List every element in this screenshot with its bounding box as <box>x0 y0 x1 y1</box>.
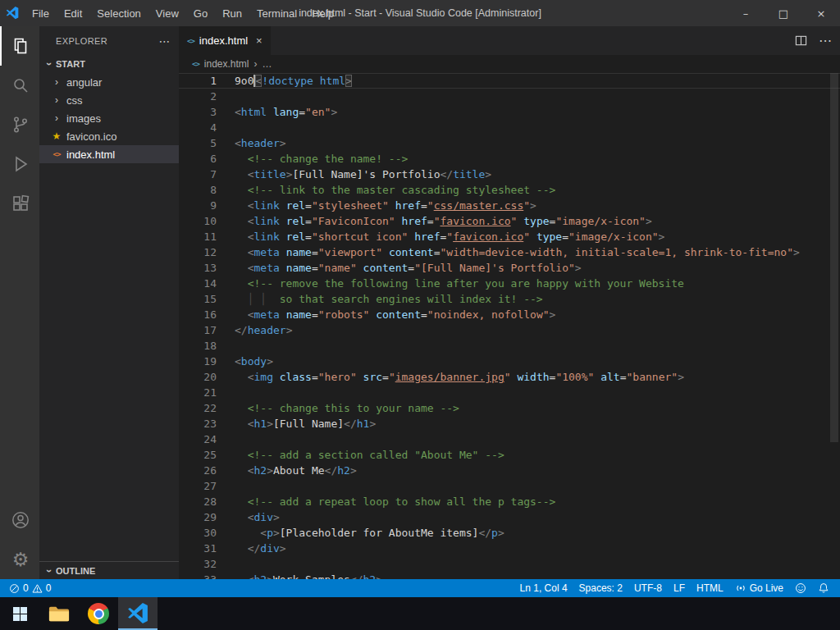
code-line-30[interactable]: 30 <p>[Placeholder for AboutMe items]</p… <box>179 525 840 541</box>
eol-setting[interactable]: LF <box>668 579 691 597</box>
code-line-31[interactable]: 31 </div> <box>179 541 840 556</box>
chrome-taskbar-button[interactable] <box>79 597 118 630</box>
notifications-button[interactable] <box>812 579 835 597</box>
code-token: </ <box>350 573 363 579</box>
accounts-button[interactable] <box>0 500 39 540</box>
code-line-27[interactable]: 27 <box>179 478 840 494</box>
search-activity-button[interactable] <box>0 66 39 105</box>
settings-button[interactable]: ⚙ <box>0 540 39 579</box>
tab-close-icon[interactable]: × <box>256 34 262 47</box>
code-line-14[interactable]: 14 <!-- remove the following line after … <box>179 276 840 291</box>
menu-terminal[interactable]: Terminal <box>249 0 304 26</box>
code-line-4[interactable]: 4 <box>179 120 840 135</box>
code-token: " <box>504 371 511 383</box>
tree-item-images[interactable]: ›images <box>39 109 179 127</box>
line-number: 32 <box>179 556 217 572</box>
menu-bar: FileEditSelectionViewGoRunTerminalHelp <box>25 0 341 26</box>
code-line-3[interactable]: 3<html lang="en"> <box>179 104 840 120</box>
go-live-button[interactable]: Go Live <box>729 579 789 597</box>
minimize-button[interactable]: – <box>727 0 765 26</box>
code-line-1[interactable]: 19o0<!doctype html> <box>179 73 840 89</box>
code-line-23[interactable]: 23 <h1>[Full Name]</h1> <box>179 416 840 431</box>
code-line-5[interactable]: 5<header> <box>179 135 840 151</box>
code-line-16[interactable]: 16 <meta name="robots" content="noindex,… <box>179 307 840 322</box>
code-token: title <box>453 168 485 180</box>
code-line-18[interactable]: 18 <box>179 338 840 354</box>
code-line-10[interactable]: 10 <link rel="FaviconIcon" href="favicon… <box>179 213 840 229</box>
problems-indicator[interactable]: 0 0 <box>3 579 57 597</box>
code-line-22[interactable]: 22 <!-- change this to your name --> <box>179 400 840 416</box>
tree-item-favicon-ico[interactable]: ★favicon.ico <box>39 127 179 145</box>
code-token: " <box>389 371 395 383</box>
code-line-33[interactable]: 33 <h2>Work Samples</h2> <box>179 572 840 579</box>
code-token: > <box>331 106 337 118</box>
code-line-6[interactable]: 6 <!-- change the name! --> <box>179 151 840 167</box>
run-debug-activity-button[interactable] <box>0 144 39 184</box>
breadcrumb-file[interactable]: index.html <box>204 58 249 70</box>
code-line-26[interactable]: 26 <h2>About Me</h2> <box>179 463 840 478</box>
code-token: </ <box>325 464 338 477</box>
tree-section-outline[interactable]: › OUTLINE <box>39 561 179 579</box>
menu-go[interactable]: Go <box>186 0 215 26</box>
code-token: "stylesheet" <box>312 199 389 212</box>
code-line-19[interactable]: 19<body> <box>179 354 840 369</box>
start-button[interactable] <box>0 597 39 630</box>
tree-item-index-html[interactable]: <>index.html <box>39 145 179 163</box>
code-token: <!-- link to the master cascading styles… <box>248 184 556 196</box>
code-line-28[interactable]: 28 <!-- add a repeat loop to show all th… <box>179 494 840 509</box>
code-line-21[interactable]: 21 <box>179 385 840 400</box>
tree-item-angular[interactable]: ›angular <box>39 73 179 91</box>
code-line-13[interactable]: 13 <meta name="name" content="[Full Name… <box>179 260 840 276</box>
tree-section-start[interactable]: › START <box>39 55 179 73</box>
extensions-activity-button[interactable] <box>0 184 39 223</box>
menu-file[interactable]: File <box>25 0 57 26</box>
code-text: <link rel="stylesheet" href="css/master.… <box>217 198 840 213</box>
views-more-icon[interactable]: ⋯ <box>159 34 171 48</box>
tree-item-css[interactable]: ›css <box>39 91 179 109</box>
feedback-button[interactable] <box>789 579 812 597</box>
code-editor[interactable]: 19o0<!doctype html>23<html lang="en">45<… <box>179 73 840 579</box>
code-line-32[interactable]: 32 <box>179 556 840 572</box>
cursor-position[interactable]: Ln 1, Col 4 <box>514 579 573 597</box>
code-line-15[interactable]: 15 │ │ so that search engines will index… <box>179 291 840 307</box>
source-control-activity-button[interactable] <box>0 105 39 144</box>
explorer-activity-button[interactable] <box>0 26 39 66</box>
vscode-taskbar-button[interactable] <box>118 597 158 630</box>
more-actions-icon[interactable]: ⋯ <box>819 33 832 48</box>
code-line-9[interactable]: 9 <link rel="stylesheet" href="css/maste… <box>179 198 840 213</box>
code-line-7[interactable]: 7 <title>[Full Name]'s Portfolio</title> <box>179 167 840 182</box>
split-editor-icon[interactable] <box>795 34 807 47</box>
code-line-29[interactable]: 29 <div> <box>179 509 840 525</box>
code-line-25[interactable]: 25 <!-- add a section called "About Me" … <box>179 447 840 463</box>
code-line-12[interactable]: 12 <meta name="viewport" content="width=… <box>179 244 840 260</box>
code-line-24[interactable]: 24 <box>179 431 840 447</box>
code-line-11[interactable]: 11 <link rel="shortcut icon" href="favic… <box>179 229 840 244</box>
language-mode[interactable]: HTML <box>691 579 729 597</box>
code-line-20[interactable]: 20 <img class="hero" src="images/banner.… <box>179 369 840 385</box>
code-token: src <box>363 371 382 383</box>
code-line-2[interactable]: 2 <box>179 89 840 104</box>
code-line-17[interactable]: 17</header> <box>179 322 840 338</box>
encoding-setting[interactable]: UTF-8 <box>628 579 668 597</box>
code-token <box>235 464 248 477</box>
menu-edit[interactable]: Edit <box>57 0 89 26</box>
line-number: 22 <box>179 400 217 416</box>
code-token: "100%" <box>555 371 594 383</box>
breadcrumb-more[interactable]: … <box>262 58 272 70</box>
code-token <box>235 308 248 321</box>
menu-view[interactable]: View <box>148 0 186 26</box>
editor-scrollbar[interactable] <box>830 73 838 442</box>
menu-run[interactable]: Run <box>215 0 249 26</box>
file-explorer-taskbar-button[interactable] <box>39 597 79 630</box>
maximize-button[interactable]: □ <box>765 0 802 26</box>
indentation-setting[interactable]: Spaces: 2 <box>573 579 628 597</box>
menu-help[interactable]: Help <box>304 0 341 26</box>
code-token: > <box>280 542 286 555</box>
code-line-8[interactable]: 8 <!-- link to the master cascading styl… <box>179 182 840 198</box>
code-token <box>280 199 286 212</box>
menu-selection[interactable]: Selection <box>89 0 148 26</box>
tab-index-html[interactable]: <> index.html × <box>179 26 272 55</box>
code-token: " <box>523 231 530 243</box>
code-token: rel <box>286 215 305 227</box>
close-button[interactable]: × <box>802 0 840 26</box>
